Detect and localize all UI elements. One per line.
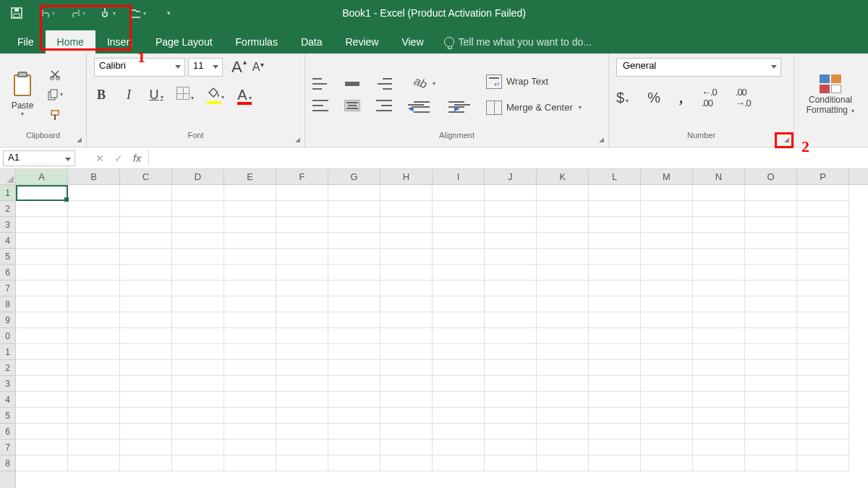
cell[interactable]	[693, 392, 745, 408]
tab-view[interactable]: View	[390, 30, 435, 53]
cell[interactable]	[745, 360, 797, 376]
column-header[interactable]: J	[485, 169, 537, 184]
accounting-format-button[interactable]: $▾	[616, 90, 629, 106]
cell[interactable]	[641, 344, 693, 360]
cell[interactable]	[745, 201, 797, 217]
cell[interactable]	[16, 185, 68, 201]
row-header[interactable]: 7	[0, 440, 15, 455]
cell[interactable]	[68, 408, 120, 424]
column-header[interactable]: N	[693, 169, 745, 184]
column-header[interactable]: H	[380, 169, 433, 184]
align-middle-button[interactable]	[344, 78, 360, 90]
fill-color-button[interactable]: ▾	[207, 87, 224, 103]
cell[interactable]	[433, 455, 485, 471]
cell[interactable]	[745, 392, 797, 408]
cell[interactable]	[433, 440, 485, 455]
row-header[interactable]: 6	[0, 424, 15, 440]
cell[interactable]	[380, 392, 433, 408]
cell[interactable]	[328, 440, 380, 455]
row-header[interactable]: 1	[0, 185, 15, 201]
cell[interactable]	[120, 424, 172, 440]
cell[interactable]	[276, 233, 328, 249]
cell[interactable]	[16, 376, 68, 392]
cell[interactable]	[224, 312, 276, 328]
cell[interactable]	[328, 376, 380, 392]
cell[interactable]	[224, 440, 276, 455]
cell[interactable]	[537, 360, 589, 376]
cell[interactable]	[589, 440, 641, 455]
cell[interactable]	[589, 312, 641, 328]
undo-icon[interactable]: ▾	[39, 5, 55, 21]
cell[interactable]	[537, 265, 589, 281]
cell[interactable]	[380, 233, 433, 249]
cell[interactable]	[68, 344, 120, 360]
cell[interactable]	[745, 281, 797, 296]
cell[interactable]	[224, 296, 276, 312]
cell[interactable]	[745, 312, 797, 328]
cell[interactable]	[276, 249, 328, 265]
cell[interactable]	[797, 344, 849, 360]
cell[interactable]	[641, 201, 693, 217]
cell[interactable]	[276, 424, 328, 440]
cell[interactable]	[693, 249, 745, 265]
cell[interactable]	[641, 249, 693, 265]
cell[interactable]	[433, 360, 485, 376]
cell[interactable]	[433, 392, 485, 408]
cell[interactable]	[693, 265, 745, 281]
cell[interactable]	[172, 408, 224, 424]
cell[interactable]	[276, 360, 328, 376]
cell[interactable]	[328, 217, 380, 233]
cell[interactable]	[485, 392, 537, 408]
cell[interactable]	[172, 392, 224, 408]
cell[interactable]	[537, 440, 589, 455]
column-header[interactable]: K	[537, 169, 589, 184]
cell[interactable]	[172, 265, 224, 281]
cell[interactable]	[537, 281, 589, 296]
format-painter-icon[interactable]	[46, 108, 64, 121]
cell[interactable]	[380, 281, 433, 296]
cell[interactable]	[276, 185, 328, 201]
redo-icon[interactable]: ▾	[69, 5, 85, 21]
row-header[interactable]: 9	[0, 312, 15, 328]
cell[interactable]	[693, 281, 745, 296]
conditional-formatting-button[interactable]: Conditional Formatting ▾	[801, 74, 859, 115]
cell[interactable]	[745, 217, 797, 233]
clipboard-launcher-icon[interactable]: ◢	[75, 135, 83, 144]
cell[interactable]	[380, 249, 433, 265]
cell[interactable]	[589, 344, 641, 360]
tab-page-layout[interactable]: Page Layout	[144, 30, 224, 53]
cell[interactable]	[328, 360, 380, 376]
cell[interactable]	[537, 455, 589, 471]
row-header[interactable]: 4	[0, 392, 15, 408]
underline-button[interactable]: U▾	[149, 87, 163, 103]
cell[interactable]	[276, 265, 328, 281]
row-headers[interactable]: 123456789012345678	[0, 185, 16, 488]
cell[interactable]	[172, 281, 224, 296]
cell[interactable]	[224, 201, 276, 217]
cell[interactable]	[276, 455, 328, 471]
cell[interactable]	[641, 217, 693, 233]
cell[interactable]	[693, 408, 745, 424]
cell[interactable]	[433, 312, 485, 328]
cell[interactable]	[485, 376, 537, 392]
cell[interactable]	[380, 344, 433, 360]
cell[interactable]	[797, 249, 849, 265]
cell[interactable]	[172, 296, 224, 312]
cell[interactable]	[797, 217, 849, 233]
cell[interactable]	[276, 312, 328, 328]
cell[interactable]	[224, 408, 276, 424]
cell[interactable]	[485, 201, 537, 217]
cell[interactable]	[120, 360, 172, 376]
cell[interactable]	[485, 185, 537, 201]
cell[interactable]	[693, 440, 745, 455]
copy-icon[interactable]: ▾	[46, 88, 64, 101]
cell[interactable]	[16, 233, 68, 249]
cell[interactable]	[641, 233, 693, 249]
tell-me-search[interactable]: Tell me what you want to do...	[435, 30, 600, 53]
cell[interactable]	[433, 233, 485, 249]
cell[interactable]	[68, 281, 120, 296]
row-header[interactable]: 8	[0, 455, 15, 471]
cell[interactable]	[68, 217, 120, 233]
cell[interactable]	[328, 312, 380, 328]
cell[interactable]	[797, 265, 849, 281]
